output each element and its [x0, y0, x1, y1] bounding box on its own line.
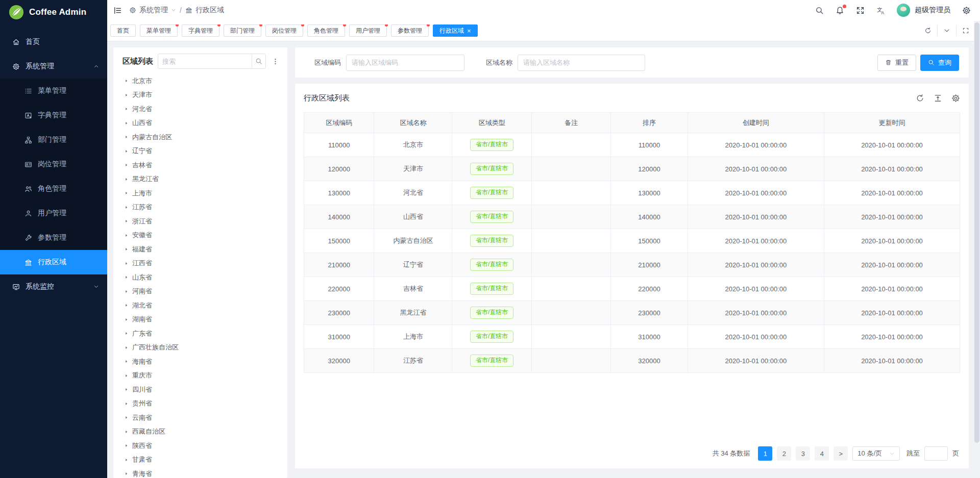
tree-item-label: 黑龙江省 — [132, 174, 159, 184]
menu-fold-icon[interactable] — [113, 6, 122, 15]
tree-item[interactable]: 安徽省 — [119, 229, 281, 243]
sidebar-item-org[interactable]: 部门管理 — [0, 128, 107, 152]
tree-item[interactable]: 山东省 — [119, 270, 281, 285]
tree-item[interactable]: 重庆市 — [119, 369, 281, 383]
chevron-down-icon[interactable] — [937, 25, 956, 36]
caret-right-icon — [124, 387, 129, 392]
settings-gear-icon[interactable] — [962, 6, 971, 15]
tree-search-input[interactable] — [158, 58, 252, 65]
sidebar-item-roles[interactable]: 角色管理 — [0, 177, 107, 201]
caret-right-icon — [124, 303, 129, 308]
tree-item[interactable]: 黑龙江省 — [119, 172, 281, 187]
tab-用户管理[interactable]: 用户管理 — [349, 24, 387, 37]
row-height-icon[interactable] — [934, 94, 942, 103]
cell-region-name: 吉林省 — [374, 277, 452, 301]
tree-item[interactable]: 吉林省 — [119, 158, 281, 172]
sidebar-item-user[interactable]: 用户管理 — [0, 201, 107, 225]
user-menu[interactable]: 超级管理员 — [897, 4, 950, 17]
cell-remark — [531, 349, 610, 373]
tree-item[interactable]: 浙江省 — [119, 214, 281, 229]
tree-item[interactable]: 西藏自治区 — [119, 425, 281, 439]
tree-item-label: 湖南省 — [132, 315, 152, 324]
sidebar-item-home[interactable]: 首页 — [0, 30, 107, 54]
sidebar-item-label: 岗位管理 — [38, 160, 66, 169]
notification-bell-icon[interactable] — [836, 6, 844, 15]
tree-item[interactable]: 甘肃省 — [119, 453, 281, 467]
tree-item[interactable]: 福建省 — [119, 242, 281, 257]
tree-item[interactable]: 广西壮族自治区 — [119, 341, 281, 355]
tree-item[interactable]: 河南省 — [119, 285, 281, 299]
sidebar-item-wrench[interactable]: 参数管理 — [0, 225, 107, 250]
tab-行政区域[interactable]: 行政区域× — [433, 24, 478, 37]
tab-角色管理[interactable]: 角色管理 — [307, 24, 345, 37]
gear-icon — [129, 7, 136, 14]
tree-item[interactable]: 辽宁省 — [119, 144, 281, 159]
sidebar-item-gear[interactable]: 系统管理 — [0, 54, 107, 79]
region-type-badge: 省市/直辖市 — [470, 307, 513, 319]
translate-icon[interactable]: 文A — [876, 6, 885, 15]
tree-item[interactable]: 海南省 — [119, 355, 281, 369]
caret-right-icon — [124, 79, 129, 83]
tab-部门管理[interactable]: 部门管理 — [224, 24, 261, 37]
jump-page-input[interactable] — [924, 446, 948, 461]
breadcrumb-section[interactable]: 系统管理 — [129, 6, 176, 15]
tab-参数管理[interactable]: 参数管理 — [391, 24, 429, 37]
page-size-select[interactable]: 10 条/页 — [852, 446, 900, 461]
tree-item[interactable]: 山西省 — [119, 116, 281, 131]
sidebar-item-list[interactable]: 菜单管理 — [0, 79, 107, 103]
tree-item[interactable]: 天津市 — [119, 88, 281, 103]
tree-item[interactable]: 江苏省 — [119, 200, 281, 215]
search-icon[interactable] — [252, 54, 265, 68]
refresh-icon[interactable] — [919, 25, 937, 36]
query-button[interactable]: 查询 — [920, 55, 959, 71]
search-icon[interactable] — [815, 6, 824, 15]
tree-item[interactable]: 河北省 — [119, 102, 281, 116]
maximize-icon[interactable] — [956, 25, 975, 36]
page-button-4[interactable]: 4 — [815, 446, 829, 461]
tree-item[interactable]: 青海省 — [119, 467, 281, 478]
tree-item[interactable]: 四川省 — [119, 383, 281, 397]
column-settings-gear-icon[interactable] — [951, 94, 960, 103]
cell-updated: 2020-10-01 00:00:00 — [824, 349, 960, 373]
region-tree-panel: 区域列表 北京市天津市河北省山西省内蒙古自治区辽宁省吉林省黑龙江省上海市江苏省浙… — [113, 47, 287, 478]
avatar[interactable] — [897, 4, 910, 17]
leaf-logo-icon — [9, 5, 24, 20]
tab-label: 字典管理 — [188, 27, 213, 35]
tree-item[interactable]: 北京市 — [119, 74, 281, 88]
tab-岗位管理[interactable]: 岗位管理 — [265, 24, 303, 37]
tree-item[interactable]: 云南省 — [119, 411, 281, 425]
tree-item[interactable]: 内蒙古自治区 — [119, 130, 281, 144]
refresh-icon[interactable] — [916, 94, 924, 103]
tab-菜单管理[interactable]: 菜单管理 — [140, 24, 178, 37]
caret-right-icon — [124, 471, 129, 476]
tab-字典管理[interactable]: 字典管理 — [182, 24, 219, 37]
next-page-button[interactable]: > — [834, 446, 848, 461]
sidebar-item-monitor[interactable]: 系统监控 — [0, 274, 107, 299]
tree-item[interactable]: 陕西省 — [119, 439, 281, 453]
region-code-input[interactable] — [346, 55, 464, 71]
cell-region-type: 省市/直辖市 — [452, 157, 531, 181]
page-button-2[interactable]: 2 — [777, 446, 791, 461]
region-type-badge: 省市/直辖市 — [470, 355, 513, 367]
region-name-input[interactable] — [518, 55, 645, 71]
tree-item-label: 河南省 — [132, 287, 152, 296]
table-row: 140000山西省省市/直辖市1400002020-10-01 00:00:00… — [304, 205, 960, 229]
tab-首页[interactable]: 首页 — [110, 24, 136, 37]
tree-item[interactable]: 湖南省 — [119, 313, 281, 327]
reset-button[interactable]: 重置 — [877, 55, 916, 71]
page-button-3[interactable]: 3 — [796, 446, 810, 461]
sidebar-item-dict[interactable]: 字典管理 — [0, 103, 107, 128]
kebab-menu-icon[interactable] — [271, 57, 280, 66]
tab-label: 首页 — [117, 27, 129, 35]
tab-close-icon[interactable]: × — [467, 28, 471, 34]
tree-item[interactable]: 江西省 — [119, 257, 281, 271]
tree-item[interactable]: 上海市 — [119, 186, 281, 200]
sidebar-item-badge[interactable]: 岗位管理 — [0, 152, 107, 177]
tree-item[interactable]: 广东省 — [119, 326, 281, 341]
tree-item[interactable]: 湖北省 — [119, 298, 281, 313]
sidebar-item-bank[interactable]: 行政区域 — [0, 250, 107, 274]
tree-item[interactable]: 贵州省 — [119, 397, 281, 411]
fullscreen-icon[interactable] — [856, 6, 865, 15]
page-button-1[interactable]: 1 — [758, 446, 772, 461]
scrollbar-thumb[interactable] — [974, 22, 979, 443]
